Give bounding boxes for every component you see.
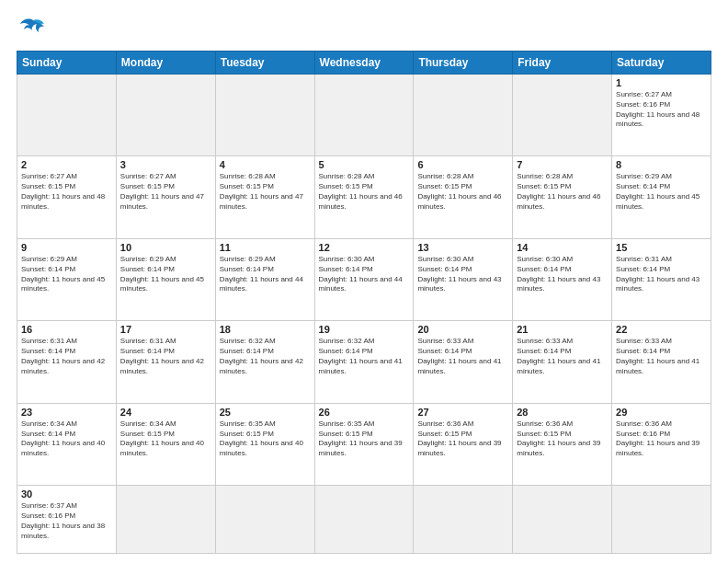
day-info: Sunrise: 6:32 AMSunset: 6:14 PMDaylight:… — [319, 337, 410, 376]
day-info: Sunrise: 6:30 AMSunset: 6:14 PMDaylight:… — [417, 255, 508, 294]
page: SundayMondayTuesdayWednesdayThursdayFrid… — [0, 0, 728, 563]
calendar-header-row: SundayMondayTuesdayWednesdayThursdayFrid… — [17, 52, 711, 75]
day-info: Sunrise: 6:27 AMSunset: 6:15 PMDaylight:… — [120, 172, 211, 212]
calendar-cell: 7Sunrise: 6:28 AMSunset: 6:15 PMDaylight… — [513, 156, 612, 238]
day-number: 20 — [417, 324, 508, 335]
day-info: Sunrise: 6:29 AMSunset: 6:14 PMDaylight:… — [616, 172, 707, 212]
day-info: Sunrise: 6:29 AMSunset: 6:14 PMDaylight:… — [21, 255, 112, 294]
calendar-cell: 23Sunrise: 6:34 AMSunset: 6:14 PMDayligh… — [17, 403, 117, 485]
calendar-week-row: 9Sunrise: 6:29 AMSunset: 6:14 PMDaylight… — [17, 238, 711, 320]
calendar-cell: 11Sunrise: 6:29 AMSunset: 6:14 PMDayligh… — [215, 238, 314, 320]
calendar-cell: 21Sunrise: 6:33 AMSunset: 6:14 PMDayligh… — [513, 321, 612, 403]
calendar-cell: 20Sunrise: 6:33 AMSunset: 6:14 PMDayligh… — [414, 321, 513, 403]
calendar-header-wednesday: Wednesday — [314, 52, 414, 75]
day-number: 6 — [417, 159, 508, 170]
calendar-cell: 24Sunrise: 6:34 AMSunset: 6:15 PMDayligh… — [116, 403, 215, 485]
day-number: 21 — [517, 324, 608, 335]
logo-bird-icon — [20, 17, 46, 41]
day-info: Sunrise: 6:31 AMSunset: 6:14 PMDaylight:… — [21, 337, 112, 376]
day-number: 3 — [120, 159, 211, 170]
calendar-cell — [414, 486, 513, 554]
day-info: Sunrise: 6:28 AMSunset: 6:15 PMDaylight:… — [220, 172, 311, 212]
calendar-header-friday: Friday — [513, 52, 612, 75]
calendar-header-sunday: Sunday — [17, 52, 117, 75]
day-info: Sunrise: 6:31 AMSunset: 6:14 PMDaylight:… — [120, 337, 211, 376]
day-number: 10 — [120, 242, 211, 253]
calendar-header-tuesday: Tuesday — [215, 52, 314, 75]
day-number: 8 — [616, 159, 707, 170]
header — [17, 17, 711, 41]
calendar-cell: 6Sunrise: 6:28 AMSunset: 6:15 PMDaylight… — [414, 156, 513, 238]
calendar-week-row: 23Sunrise: 6:34 AMSunset: 6:14 PMDayligh… — [17, 403, 711, 485]
day-number: 12 — [319, 242, 410, 253]
calendar-header-thursday: Thursday — [414, 52, 513, 75]
day-number: 19 — [319, 324, 410, 335]
calendar-cell: 13Sunrise: 6:30 AMSunset: 6:14 PMDayligh… — [414, 238, 513, 320]
calendar-cell: 1Sunrise: 6:27 AMSunset: 6:16 PMDaylight… — [612, 75, 711, 156]
day-number: 24 — [120, 407, 211, 418]
calendar-week-row: 1Sunrise: 6:27 AMSunset: 6:16 PMDaylight… — [17, 75, 711, 156]
calendar-cell: 2Sunrise: 6:27 AMSunset: 6:15 PMDaylight… — [17, 156, 117, 238]
calendar-cell: 26Sunrise: 6:35 AMSunset: 6:15 PMDayligh… — [314, 403, 414, 485]
calendar-cell — [414, 75, 513, 156]
calendar-cell: 4Sunrise: 6:28 AMSunset: 6:15 PMDaylight… — [215, 156, 314, 238]
day-info: Sunrise: 6:29 AMSunset: 6:14 PMDaylight:… — [120, 255, 211, 294]
day-number: 5 — [319, 159, 410, 170]
day-info: Sunrise: 6:30 AMSunset: 6:14 PMDaylight:… — [517, 255, 608, 294]
calendar-cell: 30Sunrise: 6:37 AMSunset: 6:16 PMDayligh… — [17, 486, 117, 554]
calendar-cell: 14Sunrise: 6:30 AMSunset: 6:14 PMDayligh… — [513, 238, 612, 320]
day-number: 16 — [21, 324, 112, 335]
calendar-cell: 28Sunrise: 6:36 AMSunset: 6:15 PMDayligh… — [513, 403, 612, 485]
calendar-cell — [116, 486, 215, 554]
calendar-cell: 22Sunrise: 6:33 AMSunset: 6:14 PMDayligh… — [612, 321, 711, 403]
day-number: 7 — [517, 159, 608, 170]
day-info: Sunrise: 6:32 AMSunset: 6:14 PMDaylight:… — [220, 337, 311, 376]
day-number: 11 — [220, 242, 311, 253]
day-info: Sunrise: 6:35 AMSunset: 6:15 PMDaylight:… — [220, 419, 311, 459]
day-number: 13 — [417, 242, 508, 253]
calendar-cell — [513, 75, 612, 156]
calendar-cell — [513, 486, 612, 554]
day-number: 25 — [220, 407, 311, 418]
calendar-cell: 5Sunrise: 6:28 AMSunset: 6:15 PMDaylight… — [314, 156, 414, 238]
day-info: Sunrise: 6:33 AMSunset: 6:14 PMDaylight:… — [417, 337, 508, 376]
day-info: Sunrise: 6:28 AMSunset: 6:15 PMDaylight:… — [319, 172, 410, 212]
calendar-header-saturday: Saturday — [612, 52, 711, 75]
day-number: 22 — [616, 324, 707, 335]
day-number: 17 — [120, 324, 211, 335]
day-number: 30 — [21, 488, 112, 500]
calendar-cell: 12Sunrise: 6:30 AMSunset: 6:14 PMDayligh… — [314, 238, 414, 320]
calendar-cell: 8Sunrise: 6:29 AMSunset: 6:14 PMDaylight… — [612, 156, 711, 238]
calendar-cell: 10Sunrise: 6:29 AMSunset: 6:14 PMDayligh… — [116, 238, 215, 320]
day-number: 23 — [21, 407, 112, 418]
day-number: 18 — [220, 324, 311, 335]
day-info: Sunrise: 6:34 AMSunset: 6:15 PMDaylight:… — [120, 419, 211, 459]
day-info: Sunrise: 6:33 AMSunset: 6:14 PMDaylight:… — [616, 337, 707, 376]
calendar-cell — [215, 75, 314, 156]
calendar-cell: 15Sunrise: 6:31 AMSunset: 6:14 PMDayligh… — [612, 238, 711, 320]
day-number: 26 — [319, 407, 410, 418]
calendar-cell: 3Sunrise: 6:27 AMSunset: 6:15 PMDaylight… — [116, 156, 215, 238]
logo — [17, 17, 46, 41]
day-number: 9 — [21, 242, 112, 253]
day-info: Sunrise: 6:33 AMSunset: 6:14 PMDaylight:… — [517, 337, 608, 376]
day-info: Sunrise: 6:35 AMSunset: 6:15 PMDaylight:… — [319, 419, 410, 459]
day-info: Sunrise: 6:36 AMSunset: 6:15 PMDaylight:… — [417, 419, 508, 459]
day-number: 1 — [616, 77, 707, 88]
calendar-cell: 29Sunrise: 6:36 AMSunset: 6:16 PMDayligh… — [612, 403, 711, 485]
day-number: 2 — [21, 159, 112, 170]
calendar-cell — [215, 486, 314, 554]
day-info: Sunrise: 6:36 AMSunset: 6:16 PMDaylight:… — [616, 419, 707, 459]
calendar-cell — [314, 75, 414, 156]
calendar-week-row: 2Sunrise: 6:27 AMSunset: 6:15 PMDaylight… — [17, 156, 711, 238]
day-info: Sunrise: 6:34 AMSunset: 6:14 PMDaylight:… — [21, 419, 112, 459]
day-number: 27 — [417, 407, 508, 418]
day-info: Sunrise: 6:28 AMSunset: 6:15 PMDaylight:… — [417, 172, 508, 212]
calendar-cell: 19Sunrise: 6:32 AMSunset: 6:14 PMDayligh… — [314, 321, 414, 403]
calendar-cell — [314, 486, 414, 554]
calendar-cell: 16Sunrise: 6:31 AMSunset: 6:14 PMDayligh… — [17, 321, 117, 403]
calendar-cell — [17, 75, 117, 156]
day-info: Sunrise: 6:27 AMSunset: 6:15 PMDaylight:… — [21, 172, 112, 212]
day-info: Sunrise: 6:36 AMSunset: 6:15 PMDaylight:… — [517, 419, 608, 459]
day-number: 4 — [220, 159, 311, 170]
